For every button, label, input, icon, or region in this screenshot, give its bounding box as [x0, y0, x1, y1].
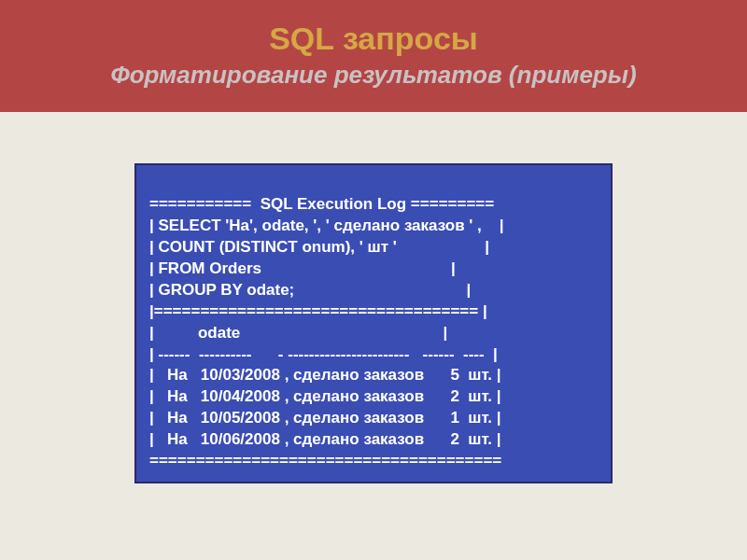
code-line: | FROM Orders | — [149, 259, 456, 277]
code-line: =========== SQL Execution Log ========= — [149, 195, 494, 213]
slide-header: SQL запросы Форматирование результатов (… — [0, 0, 747, 112]
code-line: | GROUP BY odate; | — [149, 281, 471, 299]
page-subtitle: Форматирование результатов (примеры) — [19, 61, 728, 90]
code-line: | На 10/03/2008 , сделано заказов 5 шт. … — [149, 366, 501, 384]
code-line: | ------ ---------- - ------------------… — [149, 345, 498, 363]
code-line: | На 10/04/2008 , сделано заказов 2 шт. … — [149, 387, 501, 405]
page-title: SQL запросы — [19, 21, 728, 57]
code-line: |=================================== | — [149, 302, 487, 320]
code-line: | На 10/06/2008 , сделано заказов 2 шт. … — [149, 430, 501, 448]
code-line: | COUNT (DISTINCT onum), ' шт ' | — [149, 238, 489, 256]
content-area: =========== SQL Execution Log ========= … — [0, 112, 747, 483]
code-line: | odate | — [149, 324, 447, 342]
code-line: | На 10/05/2008 , сделано заказов 1 шт. … — [149, 409, 501, 427]
sql-log-box: =========== SQL Execution Log ========= … — [134, 163, 613, 483]
code-line: | SELECT 'На', odate, ', ' сделано заказ… — [149, 217, 503, 234]
code-line: ====================================== — [149, 452, 501, 469]
